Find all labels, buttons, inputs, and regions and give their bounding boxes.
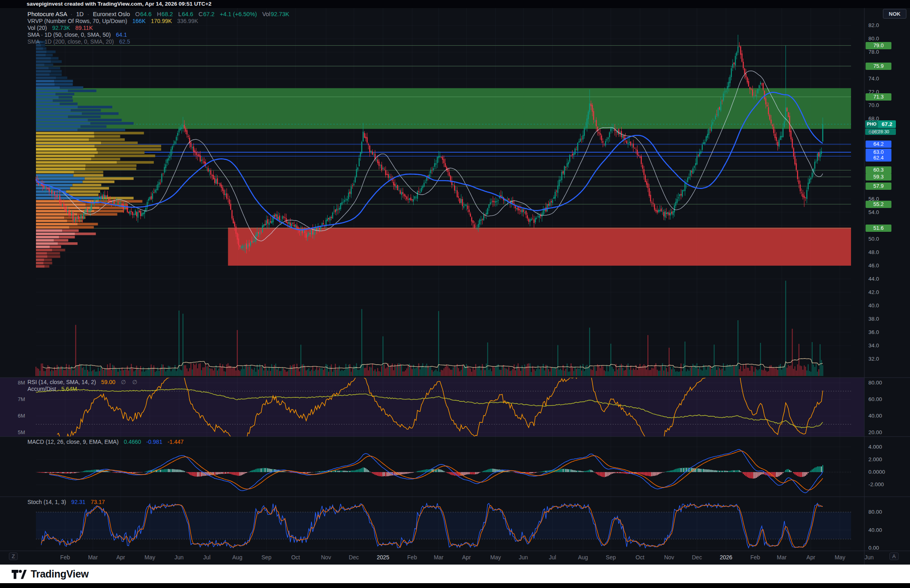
tradingview-chart-window: savepiginvest created with TradingView.c… [0,0,910,588]
chart-canvas[interactable] [0,0,910,588]
